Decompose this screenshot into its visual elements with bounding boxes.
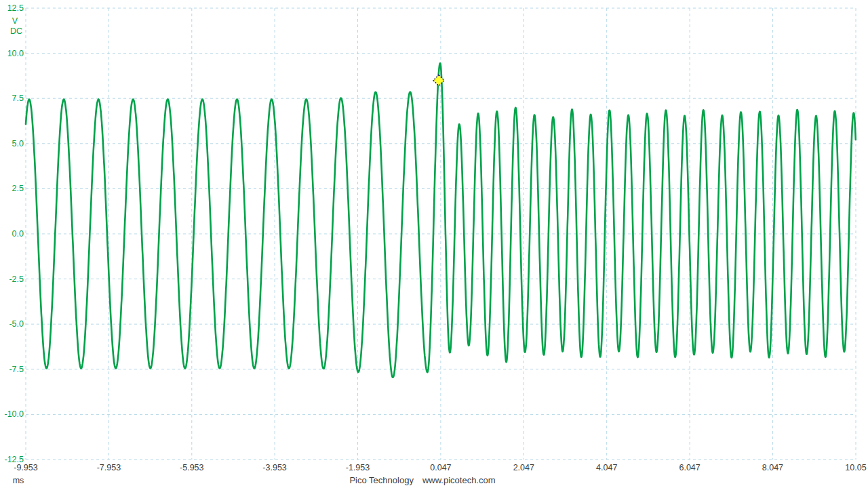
x-tick-label: -9.953 [14, 463, 37, 472]
y-tick-label: -7.5 [9, 365, 24, 374]
y-tick-label: 7.5 [12, 94, 24, 103]
x-tick-label: -3.953 [262, 463, 286, 472]
y-tick-label: -2.5 [9, 274, 24, 284]
y-tick-label: 10.0 [7, 49, 24, 58]
x-tick-label: 8.047 [762, 463, 783, 472]
x-tick-label: 2.047 [513, 463, 534, 472]
y-tick-label: 2.5 [12, 184, 24, 193]
x-tick-label: 4.047 [596, 463, 617, 472]
y-tick-label: -10.0 [5, 409, 24, 419]
coupling-label: DC [10, 26, 22, 36]
waveform-plot[interactable] [0, 0, 868, 488]
x-tick-label: 6.047 [679, 463, 700, 472]
y-tick-label: 5.0 [12, 139, 24, 148]
footer: Pico Technology www.picotech.com [349, 475, 495, 485]
x-axis-unit: ms [13, 476, 24, 485]
y-axis-unit: V [12, 16, 18, 26]
x-tick-label: -1.953 [346, 463, 370, 472]
footer-brand: Pico Technology [349, 475, 413, 485]
footer-url: www.picotech.com [422, 475, 496, 485]
x-tick-label: -5.953 [180, 463, 203, 472]
scope-display: 12.510.07.55.02.50.0-2.5-5.0-7.5-10.0-12… [0, 0, 868, 488]
x-tick-label: 10.05 [845, 463, 866, 472]
y-tick-label: -5.0 [9, 319, 24, 329]
x-tick-label: 0.047 [430, 463, 451, 472]
y-tick-label: 12.5 [7, 3, 24, 13]
y-tick-label: 0.0 [12, 229, 24, 239]
x-tick-label: -7.953 [97, 463, 121, 472]
